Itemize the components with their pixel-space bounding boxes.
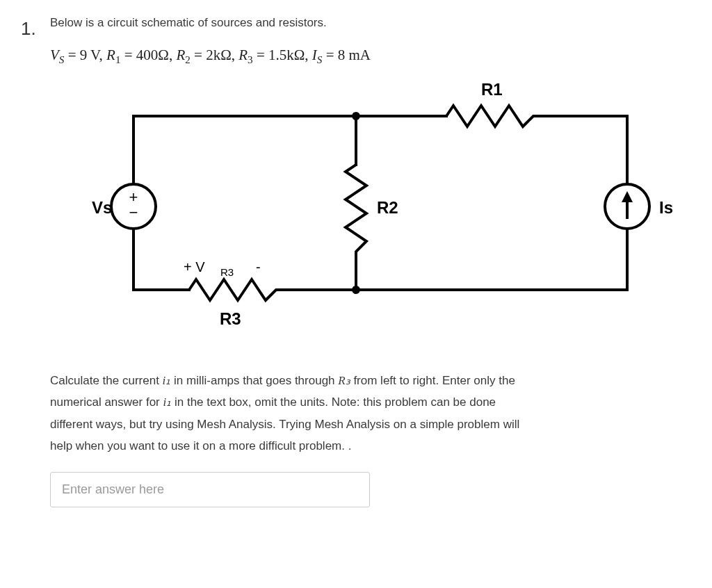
svg-text:R3: R3 <box>220 266 234 278</box>
answer-input[interactable] <box>50 472 370 507</box>
svg-point-13 <box>352 286 360 294</box>
label-r2: R2 <box>377 198 398 217</box>
label-r1: R1 <box>481 80 503 99</box>
current-source-is: Is <box>605 184 673 229</box>
voltage-source-vs: + − Vs <box>92 184 156 229</box>
circuit-schematic: + − Vs Is R1 R2 R3 + V <box>50 74 691 358</box>
question-description: Calculate the current i₁ in milli-amps t… <box>50 372 691 455</box>
label-r3: R3 <box>220 309 241 328</box>
svg-text:Vs: Vs <box>92 198 112 217</box>
svg-point-12 <box>352 112 360 120</box>
svg-text:+ V: + V <box>184 259 205 275</box>
question-number: 1. <box>21 14 50 507</box>
v-r3-annotation: + V R3 - <box>184 259 261 278</box>
intro-text: Below is a circuit schematic of sources … <box>50 14 691 32</box>
svg-text:−: − <box>129 204 138 221</box>
given-parameters: VS = 9 V, R1 = 400Ω, R2 = 2kΩ, R3 = 1.5k… <box>50 44 691 68</box>
svg-text:Is: Is <box>659 198 673 217</box>
svg-text:-: - <box>256 259 261 275</box>
